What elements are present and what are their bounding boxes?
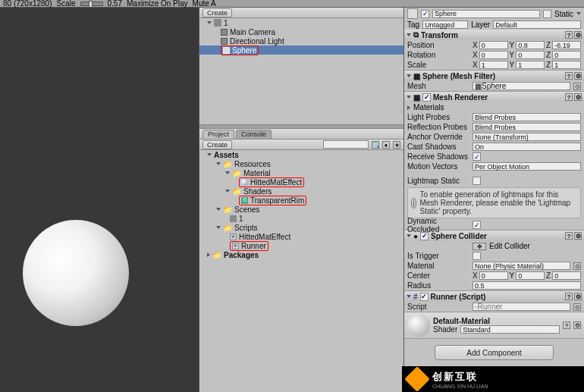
radius-field[interactable]: 0.5 [473,281,581,290]
static-label: Static [554,10,573,18]
meshfilter-header[interactable]: ▦Sphere (Mesh Filter)?⚙ [404,71,584,81]
scale-slider[interactable] [80,2,103,6]
layer-dropdown[interactable]: Default [493,20,581,29]
scale-label: Scale [57,0,76,8]
watermark: 创新互联 CHUANG XIN HU LIAN [402,366,584,392]
project-panel[interactable]: Assets 📁Resources 📁Material HittedMatEff… [199,150,403,392]
hierarchy-toolbar: Create [199,8,403,18]
collider-header[interactable]: ●✓Sphere Collider?⚙ [404,230,584,241]
brand-logo-icon [404,366,430,392]
lightmap-info: iTo enable generation of lightmaps for t… [407,187,581,218]
scale-label: Scale [407,61,469,69]
active-checkbox[interactable]: ✓ [421,10,429,18]
material-asset[interactable]: HittedMatEffect [199,177,403,187]
sphere-rendered [23,220,129,326]
console-tab[interactable]: Console [236,130,272,139]
is-trigger-checkbox[interactable] [473,252,481,260]
tag-label: Tag [407,20,419,29]
transform-header[interactable]: ⧉Transform ?⚙ [404,30,584,40]
gameobject-name[interactable]: Sphere [432,10,540,18]
refprobes-dropdown[interactable]: Blend Probes [473,123,581,131]
search-icon[interactable]: 🔍 [372,141,379,149]
static-checkbox[interactable] [543,10,551,18]
filter-icon[interactable]: ● [382,141,390,149]
hierarchy-panel[interactable]: 1 Main Camera Directional Light Sphere [199,18,403,124]
maximize-on-play[interactable]: Maximize On Play [127,0,188,8]
mute-audio[interactable]: Mute A [193,0,216,8]
pos-y[interactable]: 0.8 [516,41,545,49]
picker-icon[interactable]: ⊙ [573,83,581,90]
tag-dropdown[interactable]: Untagged [422,20,468,29]
add-component-button[interactable]: Add Component [435,345,554,360]
project-tab[interactable]: Project [203,130,234,139]
gear-icon[interactable]: ⚙ [573,321,581,329]
script-asset[interactable]: #Runner [199,241,403,250]
lightmap-static-checkbox[interactable] [473,177,481,185]
rotation-label: Rotation [407,51,469,59]
shader-dropdown[interactable]: Standard [460,325,560,334]
edit-collider-button[interactable]: ✥ [473,243,486,250]
top-toolbar: 80 (720x1280) Scale 0.57 Maximize On Pla… [0,0,584,8]
help-icon[interactable]: ? [565,31,573,39]
receive-shadows-checkbox[interactable]: ✓ [473,152,481,161]
material-name: Default-Material [433,317,560,325]
gameobject-icon[interactable] [407,8,418,19]
scale-value: 0.57 [108,0,122,8]
anchor-field[interactable]: None (Transform) [473,133,581,141]
static-dropdown-icon[interactable] [576,12,581,15]
hier-item[interactable]: Main Camera [199,27,403,36]
scene-row[interactable]: 1 [199,18,403,27]
help-icon[interactable]: ? [563,321,570,329]
project-search[interactable] [323,140,369,149]
project-create-dropdown[interactable]: Create [203,140,232,149]
project-tabs: Project Console [199,129,403,140]
pos-x[interactable]: 0 [479,41,508,49]
hier-item[interactable]: Directional Light [199,36,403,45]
hier-item-selected[interactable]: Sphere [199,45,403,55]
motion-dropdown[interactable]: Per Object Motion [473,162,581,171]
star-icon[interactable]: ★ [393,141,400,149]
inspector-panel: ✓ Sphere Static Tag Untagged Layer Defau… [403,8,584,392]
pos-z[interactable]: -6.19 [552,41,581,49]
picker-icon[interactable]: ⊙ [573,303,581,311]
runner-header[interactable]: #✓Runner (Script)?⚙ [404,291,584,302]
gear-icon[interactable]: ⚙ [574,31,582,39]
mesh-field[interactable]: ▦ Sphere [473,82,570,90]
game-view [0,8,199,392]
meshrenderer-header[interactable]: ▦✓Mesh Renderer?⚙ [404,92,584,102]
create-dropdown[interactable]: Create [203,8,232,17]
castshadows-dropdown[interactable]: On [473,143,581,151]
layer-label: Layer [471,20,490,29]
position-label: Position [407,41,469,49]
resolution[interactable]: 80 (720x1280) [3,0,52,8]
dynamic-occluded-checkbox[interactable]: ✓ [473,221,481,229]
script-field[interactable]: ▫ Runner [473,303,570,311]
material-preview [407,314,430,337]
picker-icon[interactable]: ⊙ [573,262,581,270]
shader-asset[interactable]: STransparentRim [199,196,403,205]
physic-material-field[interactable]: None (Physic Material) [473,262,570,270]
lightprobes-dropdown[interactable]: Blend Probes [473,113,581,121]
script-asset[interactable]: #HittedMatEffect [199,232,403,241]
